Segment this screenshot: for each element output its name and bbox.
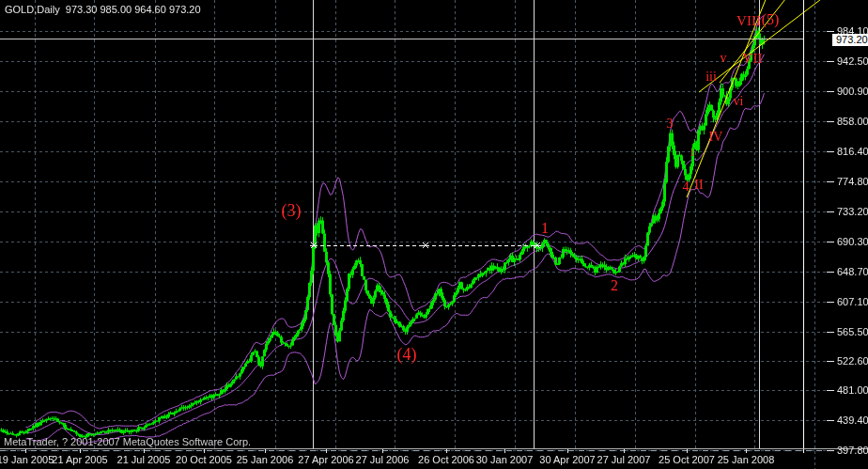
metatrader-window: GOLD,Daily 973.30 985.00 964.60 973.20 M… [0,0,868,469]
price-chart-canvas[interactable] [0,0,868,469]
